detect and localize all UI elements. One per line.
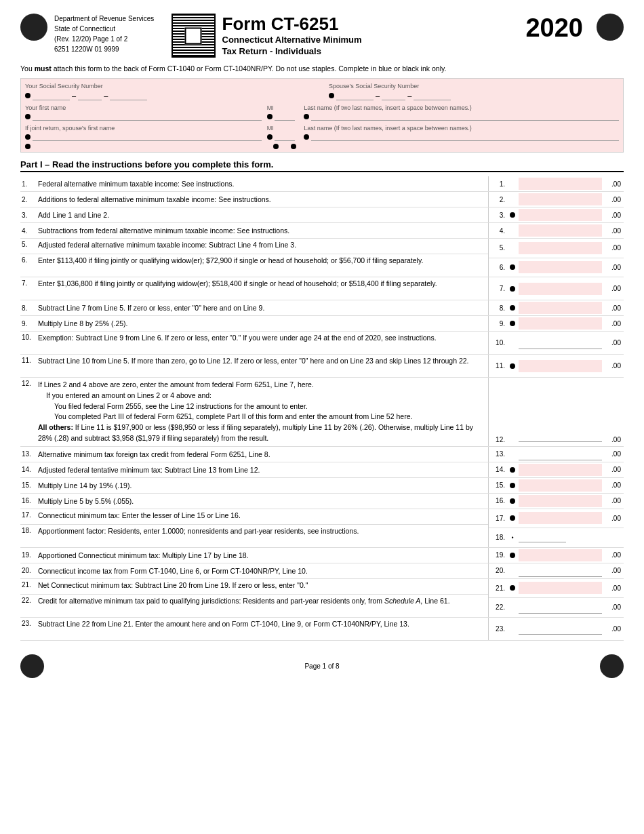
last-name-input[interactable] xyxy=(311,111,619,121)
line23-input[interactable] xyxy=(519,622,602,635)
line5-num: 5. xyxy=(20,239,35,254)
spouse-ssn-input-2[interactable] xyxy=(382,91,405,100)
spouse-ssn-input-1[interactable] xyxy=(336,91,374,100)
line19-input[interactable] xyxy=(519,549,602,561)
last-name-group: Last name (If two last names, insert a s… xyxy=(304,103,619,121)
line6-cents: .00 xyxy=(603,264,624,271)
line8-input[interactable] xyxy=(519,302,602,314)
line22-inner: 22. Credit for alternative minimum tax p… xyxy=(20,594,488,617)
line5-cents: .00 xyxy=(603,244,624,252)
line5-input[interactable] xyxy=(519,242,602,254)
spouse-mi-input[interactable] xyxy=(275,132,295,141)
line17-num: 17. xyxy=(20,509,35,524)
line22-num: 22. xyxy=(20,595,35,617)
line1-desc: Federal alternative minimum taxable inco… xyxy=(35,178,488,190)
extra-bullet-row xyxy=(25,144,619,149)
line16-input[interactable] xyxy=(519,495,602,507)
line11-input[interactable] xyxy=(519,360,602,372)
mi-label: MI xyxy=(267,104,274,111)
line18-input-area xyxy=(517,532,624,544)
line16-label: 16. xyxy=(489,497,508,504)
spouse-last-name-group: Last name (If two last names, insert a s… xyxy=(304,123,619,141)
line10-label: 10. xyxy=(489,339,508,346)
line8-desc: Subtract Line 7 from Line 5. If zero or … xyxy=(35,302,488,314)
ssn-input-1[interactable] xyxy=(33,91,70,100)
line5-inner: 5. Adjusted federal alternative minimum … xyxy=(20,239,488,254)
line23-num: 23. xyxy=(20,618,35,640)
line22-input[interactable] xyxy=(519,601,602,614)
lines-17-18-desc: 17. Connecticut minimum tax: Enter the l… xyxy=(20,509,488,547)
line12-desc: If Lines 2 and 4 above are zero, enter t… xyxy=(35,378,488,446)
ssn-input-3[interactable] xyxy=(110,91,147,100)
line-12: 12. If Lines 2 and 4 above are zero, ent… xyxy=(20,378,624,447)
mi-input[interactable] xyxy=(275,111,295,121)
line17-bullet xyxy=(510,515,515,521)
line20-input[interactable] xyxy=(519,565,602,577)
line10-right: 10. .00 xyxy=(488,332,624,354)
line2-input[interactable] xyxy=(519,193,602,205)
line19-cents: .00 xyxy=(603,551,624,559)
line16-bullet-cell xyxy=(508,498,517,504)
line14-input[interactable] xyxy=(519,464,602,476)
line2-label: 2. xyxy=(489,196,508,203)
ssn-row: Your Social Security Number – – Spouse's… xyxy=(25,81,619,100)
spouse-first-name-input[interactable] xyxy=(33,132,262,141)
line17-cents: .00 xyxy=(603,515,624,522)
line6-input[interactable] xyxy=(519,261,602,273)
line22-cents: .00 xyxy=(603,603,624,611)
line8-bullet-cell xyxy=(508,305,517,311)
line12-right: 12. .00 xyxy=(488,378,624,446)
first-name-input[interactable] xyxy=(33,111,262,121)
line21-input[interactable] xyxy=(519,582,602,594)
line17-input[interactable] xyxy=(519,512,602,524)
spouse-mi-group: MI xyxy=(267,123,298,141)
extra-bullet2 xyxy=(273,144,279,149)
line6-bullet xyxy=(510,264,515,270)
line14-cents: .00 xyxy=(603,466,624,473)
line10-input[interactable] xyxy=(519,337,602,349)
line7-right: 7. .00 xyxy=(488,277,624,300)
line21-inner: 21. Net Connecticut minimum tax: Subtrac… xyxy=(20,579,488,594)
line1-input[interactable] xyxy=(519,178,602,190)
line-16: 16. Multiply Line 5 by 5.5% (.055). 16. … xyxy=(20,494,624,509)
line18-desc: Apportionment factor: Residents, enter 1… xyxy=(35,525,488,547)
line-3: 3. Add Line 1 and Line 2. 3. .00 xyxy=(20,207,624,223)
line4-num: 4. xyxy=(20,225,35,237)
line-13: 13. Alternative minimum tax foreign tax … xyxy=(20,447,624,462)
line21-desc: Net Connecticut minimum tax: Subtract Li… xyxy=(35,579,488,594)
line18-inner: 18. Apportionment factor: Residents, ent… xyxy=(20,524,488,547)
line13-input[interactable] xyxy=(519,448,602,460)
line11-num: 11. xyxy=(20,355,35,377)
line2-cents: .00 xyxy=(603,196,624,203)
line15-input[interactable] xyxy=(519,479,602,492)
line15-bullet-cell xyxy=(508,483,517,488)
extra-bullet3 xyxy=(291,144,296,149)
last-name-label: Last name (If two last names, insert a s… xyxy=(304,104,472,111)
line12-input[interactable] xyxy=(519,430,602,442)
footer-circle-right xyxy=(600,654,624,678)
line4-input[interactable] xyxy=(519,224,602,237)
line22-right: 22. .00 xyxy=(489,598,624,617)
line1-right: 1. .00 xyxy=(488,176,624,191)
ssn-input-2[interactable] xyxy=(78,91,102,100)
line1-label: 1. xyxy=(489,180,508,188)
line9-input[interactable] xyxy=(519,317,602,330)
line18-input[interactable] xyxy=(519,533,566,542)
lines-5-6-desc: 5. Adjusted federal alternative minimum … xyxy=(20,239,488,277)
line7-input[interactable] xyxy=(519,283,602,295)
spouse-last-name-input[interactable] xyxy=(311,132,619,141)
line6-desc: Enter $113,400 if filing jointly or qual… xyxy=(35,254,488,277)
lines-17-18: 17. Connecticut minimum tax: Enter the l… xyxy=(20,509,624,548)
page-text: Page 1 of 8 xyxy=(304,662,339,670)
line9-label: 9. xyxy=(489,320,508,327)
line16-desc: Multiply Line 5 by 5.5% (.055). xyxy=(35,495,488,507)
line21-label: 21. xyxy=(489,584,508,592)
spouse-ssn-input-3[interactable] xyxy=(414,91,451,100)
line15-num: 15. xyxy=(20,479,35,491)
line3-input[interactable] xyxy=(519,209,602,221)
form-subtitle: Connecticut Alternative Minimum Tax Retu… xyxy=(222,35,512,58)
line13-cents: .00 xyxy=(603,450,624,458)
line20-cents: .00 xyxy=(603,567,624,574)
line9-right: 9. .00 xyxy=(488,316,624,331)
line16-bullet xyxy=(510,498,515,504)
